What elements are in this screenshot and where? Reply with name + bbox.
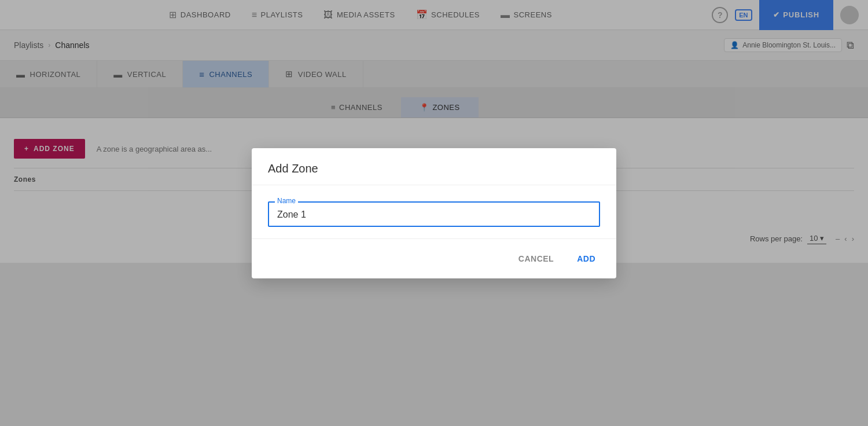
zone-name-label: Name <box>275 197 298 205</box>
zone-name-field: Name <box>268 201 600 227</box>
modal-title: Add Zone <box>252 148 616 185</box>
cancel-button[interactable]: CANCEL <box>509 248 563 269</box>
modal-overlay[interactable]: Add Zone Name CANCEL ADD <box>0 0 868 426</box>
zone-name-input[interactable] <box>277 210 591 220</box>
modal-footer: CANCEL ADD <box>252 238 616 278</box>
modal-body: Name <box>252 185 616 238</box>
add-zone-modal: Add Zone Name CANCEL ADD <box>252 148 616 278</box>
add-button[interactable]: ADD <box>568 248 605 269</box>
